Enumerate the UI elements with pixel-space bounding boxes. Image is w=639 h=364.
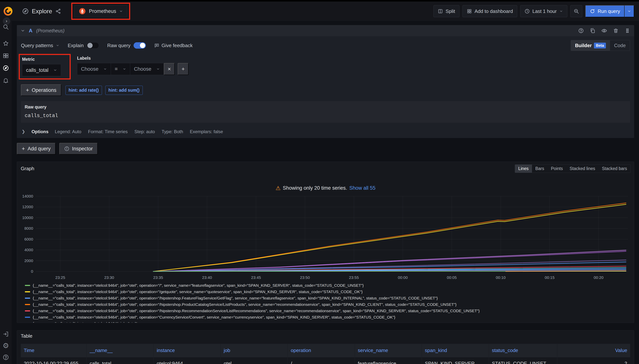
table-cell: featureflagservice (355, 357, 422, 364)
help-icon[interactable] (2, 354, 9, 361)
chevron-down-icon (119, 9, 123, 13)
chevron-down-icon (156, 67, 160, 71)
split-button[interactable]: Split (434, 5, 460, 17)
warning-icon: ⚠ (276, 185, 280, 191)
hide-response-eye-icon[interactable] (601, 28, 607, 34)
legend-item[interactable]: {__name__="calls_total", instance="otelc… (25, 301, 634, 308)
x-axis-tick-label: 23:30 (104, 275, 114, 280)
table-column-header-time[interactable]: Time (21, 344, 86, 357)
dashboards-icon[interactable] (2, 52, 9, 59)
sidebar-expand-button[interactable]: › (3, 18, 10, 25)
table-column-header-statuscode[interactable]: status_code (489, 344, 557, 357)
query-ref-id[interactable]: A (29, 28, 32, 34)
legend-item[interactable]: {__name__="calls_total", instance="otelc… (25, 282, 634, 288)
label-value-select[interactable]: Choose (130, 63, 164, 75)
options-summary: Legend: AutoFormat: Time seriesStep: aut… (55, 129, 223, 134)
legend-item[interactable]: {__name__="calls_total", instance="otelc… (25, 295, 634, 301)
explore-content: A (Prometheus) (12, 21, 639, 364)
table-cell: otelcol:9464 (154, 357, 220, 364)
left-sidebar: ⚙ (0, 21, 12, 364)
query-patterns-dropdown[interactable]: Query patterns (21, 43, 60, 48)
labels-label: Labels (77, 56, 188, 61)
starred-icon[interactable] (2, 40, 9, 47)
explore-compass-icon[interactable] (2, 65, 9, 72)
grafana-logo[interactable] (2, 6, 14, 17)
remove-label-filter-button[interactable]: × (164, 63, 175, 75)
query-help-icon[interactable] (578, 28, 584, 34)
graph-mode-tab-stacked-bars[interactable]: Stacked bars (598, 164, 630, 173)
builder-mode-tab[interactable]: Builder Beta (571, 40, 610, 51)
duplicate-query-icon[interactable] (590, 28, 596, 34)
table-column-header-instance[interactable]: instance (154, 344, 220, 357)
table-panel-title: Table (21, 333, 32, 339)
table-column-header-servicename[interactable]: service_name (355, 344, 422, 357)
options-toggle[interactable]: Options (32, 129, 48, 134)
label-key-select[interactable]: Choose (77, 63, 111, 75)
explain-toggle[interactable] (86, 42, 99, 49)
datasource-picker[interactable]: Prometheus (74, 5, 128, 17)
legend-label: {__name__="calls_total", instance="otelc… (33, 315, 395, 320)
add-to-dashboard-button[interactable]: Add to dashboard (462, 5, 517, 17)
share-icon[interactable] (55, 8, 61, 14)
y-axis-tick-label: 14000 (22, 194, 33, 198)
operations-button[interactable]: + Operations (21, 84, 61, 96)
run-query-button[interactable]: Run query (585, 5, 624, 17)
table-column-header-operation[interactable]: operation (288, 344, 355, 357)
table-column-header-value[interactable]: Value (557, 344, 630, 357)
metric-annotation-box: Metric calls_total (19, 54, 71, 80)
sync-icon (590, 8, 595, 14)
add-label-filter-button[interactable]: + (178, 63, 188, 75)
run-query-split-button: Run query (585, 5, 634, 17)
code-mode-tab[interactable]: Code (610, 40, 630, 51)
legend-color-swatch (25, 285, 30, 286)
graph-mode-tab-lines[interactable]: Lines (515, 164, 532, 173)
query-options-row: ❯ Options Legend: AutoFormat: Time serie… (21, 127, 630, 134)
label-operator-select[interactable]: = (111, 63, 130, 75)
give-feedback-link[interactable]: Give feedback (154, 43, 193, 48)
raw-query-toggle[interactable] (134, 42, 146, 49)
table-panel: Table Time__name__instancejoboperationse… (17, 330, 634, 364)
editor-mode-toggle: Builder Beta Code (571, 40, 630, 51)
graph-mode-tab-stacked-lines[interactable]: Stacked lines (566, 164, 598, 173)
add-query-button[interactable]: + Add query (17, 143, 56, 154)
compass-icon (22, 8, 29, 14)
query-hint-chip[interactable]: hint: add sum() (105, 86, 143, 95)
y-axis-tick-label: 2000 (24, 258, 33, 263)
legend-item[interactable]: {__name__="calls_total", instance="otelc… (25, 288, 634, 295)
graph-mode-tab-bars[interactable]: Bars (532, 164, 548, 173)
metric-select[interactable]: calls_total (22, 64, 61, 76)
show-all-series-link[interactable]: Show all 55 (349, 185, 376, 191)
raw-query-title: Raw query (25, 104, 626, 110)
x-axis-tick-label: 23:25 (55, 275, 65, 280)
query-editor-card: A (Prometheus) (17, 25, 634, 138)
option-summary-item: Format: Time series (88, 129, 128, 134)
zoom-out-button[interactable] (570, 5, 582, 17)
option-summary-item: Type: Both (162, 129, 183, 134)
legend-item[interactable]: {__name__="calls_total", instance="otelc… (25, 308, 634, 314)
settings-gear-icon[interactable]: ⚙ (2, 342, 9, 349)
legend-item[interactable]: {__name__="calls_total", instance="otelc… (25, 314, 634, 320)
timeseries-chart[interactable]: 0200040006000800010000120001400023:2523:… (17, 191, 634, 281)
x-axis-tick-label: 23:40 (202, 275, 212, 280)
table-column-header-spankind[interactable]: span_kind (422, 344, 489, 357)
option-summary-item: Step: auto (134, 129, 155, 134)
y-axis-tick-label: 0 (31, 269, 33, 274)
table-column-header-name[interactable]: __name__ (86, 344, 154, 357)
graph-mode-tab-points[interactable]: Points (548, 164, 566, 173)
option-summary-item: Legend: Auto (55, 129, 81, 134)
explain-label: Explain (68, 43, 84, 48)
run-query-dropdown[interactable] (624, 5, 634, 17)
results-table: Time__name__instancejoboperationservice_… (21, 344, 630, 364)
time-range-picker[interactable]: Last 1 hour (520, 5, 567, 17)
drag-handle-icon[interactable] (624, 28, 630, 34)
legend-label: {__name__="calls_total", instance="otelc… (33, 283, 364, 288)
chevron-down-icon (53, 68, 57, 72)
alerting-bell-icon[interactable] (2, 77, 9, 84)
query-hint-chip[interactable]: hint: add rate() (66, 86, 102, 95)
sign-in-icon[interactable] (2, 331, 9, 338)
remove-query-trash-icon[interactable] (613, 28, 619, 34)
inspector-button[interactable]: Inspector (59, 143, 98, 154)
table-column-header-job[interactable]: job (221, 344, 288, 357)
legend-item[interactable]: {__name__="calls_total", instance="otelc… (25, 320, 634, 323)
collapse-chevron-icon[interactable] (20, 28, 25, 33)
